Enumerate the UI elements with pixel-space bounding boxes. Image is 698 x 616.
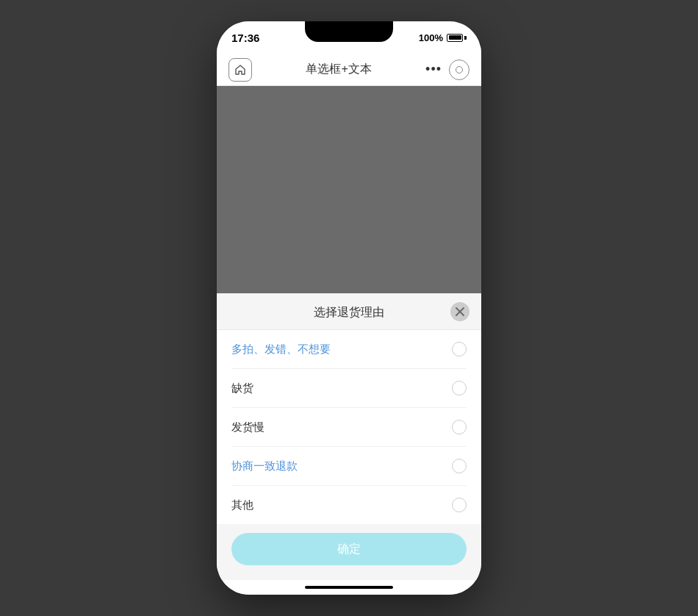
status-right: 100%: [419, 32, 467, 43]
status-time: 17:36: [231, 32, 259, 44]
option-label-4: 协商一致退款: [231, 459, 298, 473]
nav-right: •••: [425, 60, 469, 80]
sheet-options: 多拍、发错、不想要 缺货 发货慢 协商一致退款 其他: [217, 330, 481, 524]
close-button[interactable]: [450, 302, 469, 321]
content-area: [217, 86, 481, 293]
nav-title: 单选框+文本: [306, 62, 371, 77]
sheet-header: 选择退货理由: [217, 293, 481, 330]
option-row-4[interactable]: 协商一致退款: [231, 447, 467, 486]
home-icon: [234, 64, 246, 76]
battery-fill: [449, 35, 461, 40]
battery-tip: [464, 36, 467, 40]
battery-body: [447, 34, 463, 42]
bottom-sheet: 选择退货理由 多拍、发错、不想要 缺货 发货慢: [217, 293, 481, 580]
home-button[interactable]: [229, 58, 252, 82]
option-row-2[interactable]: 缺货: [231, 369, 467, 408]
home-indicator: [217, 580, 481, 595]
nav-dots[interactable]: •••: [425, 62, 442, 77]
sheet-confirm: 确定: [217, 524, 481, 580]
nav-bar: 单选框+文本 •••: [217, 54, 481, 86]
option-label-2: 缺货: [231, 382, 253, 395]
radio-5[interactable]: [452, 498, 467, 512]
option-row-5[interactable]: 其他: [231, 486, 467, 524]
home-bar: [305, 586, 393, 589]
battery-icon: [447, 34, 467, 42]
status-bar: 17:36 100%: [217, 21, 481, 54]
close-icon: [456, 307, 464, 316]
battery-percent: 100%: [419, 32, 443, 43]
sheet-title: 选择退货理由: [314, 305, 384, 320]
radio-4[interactable]: [452, 459, 467, 473]
option-label-5: 其他: [231, 498, 253, 512]
notch: [305, 21, 393, 42]
radio-3[interactable]: [452, 420, 467, 434]
radio-2[interactable]: [452, 381, 467, 395]
record-button[interactable]: [449, 60, 469, 80]
option-row-3[interactable]: 发货慢: [231, 408, 467, 447]
radio-1[interactable]: [452, 342, 467, 357]
phone-frame: 17:36 100% 单选框+文本 •••: [217, 21, 481, 595]
confirm-button[interactable]: 确定: [231, 533, 467, 565]
option-row-1[interactable]: 多拍、发错、不想要: [231, 330, 467, 369]
option-label-3: 发货慢: [231, 420, 265, 434]
option-label-1: 多拍、发错、不想要: [231, 343, 331, 357]
record-inner: [456, 66, 463, 74]
